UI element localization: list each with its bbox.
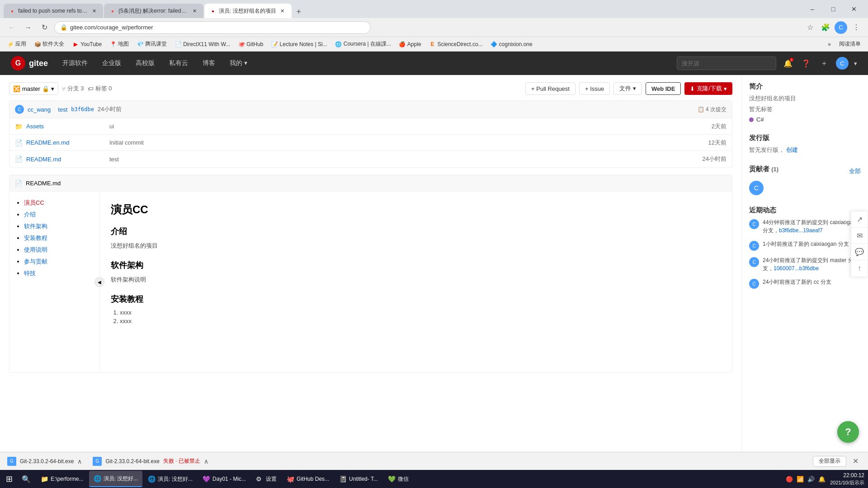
tab-2-close[interactable]: ✕ xyxy=(191,7,198,14)
bookmark-directx[interactable]: 📄 DirectX11 With W... xyxy=(171,39,234,50)
bookmarks-more[interactable]: » xyxy=(824,39,835,50)
tab-1-close[interactable]: ✕ xyxy=(90,7,98,14)
taskbar-browser[interactable]: 🌐 演员: 没想好... xyxy=(89,471,143,487)
right-icon-share[interactable]: ↗ xyxy=(851,211,868,228)
gitee-logo[interactable]: G gitee xyxy=(11,56,48,70)
contributor-avatar-1[interactable]: C xyxy=(749,181,764,195)
nav-university[interactable]: 高校版 xyxy=(136,59,155,67)
refresh-button[interactable]: ↻ xyxy=(38,21,51,34)
taskbar-notepad[interactable]: 📓 Untitled- T... xyxy=(335,471,382,487)
gitee-user-avatar[interactable]: C xyxy=(836,57,849,70)
web-ide-button[interactable]: Web IDE xyxy=(646,82,681,95)
issue-button[interactable]: + Issue xyxy=(579,82,610,95)
notepad-icon: 📓 xyxy=(339,475,346,483)
nav-opensource[interactable]: 开源软件 xyxy=(62,59,88,67)
toc-item-contrib[interactable]: 参与贡献 xyxy=(24,258,47,265)
toc-item-tricks[interactable]: 特技 xyxy=(24,270,36,277)
url-bar[interactable]: 🔒 gitee.com/courage_w/performer xyxy=(54,21,371,34)
notification-bell-button[interactable]: 🔔 1 xyxy=(782,57,794,70)
right-icon-back-to-top[interactable]: ↑ xyxy=(851,260,868,277)
bookmark-tencent[interactable]: 💎 腾讯课堂 xyxy=(133,39,170,50)
activity-link-1[interactable]: b3f6dbe...19aeaf7 xyxy=(779,227,823,234)
sidebar-release-title: 发行版 xyxy=(749,134,861,142)
bookmark-apps[interactable]: ⚡ 应用 xyxy=(4,39,30,50)
taskbar-settings[interactable]: ⚙ 设置 xyxy=(251,471,281,487)
tab-1-favicon: ● xyxy=(9,8,15,14)
toc-item-intro[interactable]: 介绍 xyxy=(24,211,36,218)
start-button[interactable]: ⊞ xyxy=(0,470,18,488)
bookmark-sciencedirect[interactable]: E ScienceDirect.co... xyxy=(426,39,486,50)
notification-icon[interactable]: 🔔 xyxy=(817,474,826,483)
right-icon-comment[interactable]: 💬 xyxy=(851,244,868,260)
gitee-search-input[interactable] xyxy=(677,56,776,70)
nav-blog[interactable]: 博客 xyxy=(203,59,215,67)
browser-titlebar: ● failed to push some refs to_主... ✕ ● (… xyxy=(0,0,868,18)
bookmark-cognixion[interactable]: 🔷 cognixion.one xyxy=(487,39,536,50)
nav-mine[interactable]: 我的 ▾ xyxy=(230,59,247,67)
back-button[interactable]: ← xyxy=(5,21,18,34)
bookmark-youtube[interactable]: ▶ YouTube xyxy=(69,39,105,50)
file-name-readme[interactable]: README.md xyxy=(26,156,99,163)
right-icon-email[interactable]: ✉ xyxy=(851,228,868,244)
create-button[interactable]: ＋ xyxy=(818,57,830,70)
tab-3-close[interactable]: ✕ xyxy=(279,7,286,14)
tab-1[interactable]: ● failed to push some refs to_主... ✕ xyxy=(4,4,103,18)
taskbar-vs[interactable]: 💜 Day01 - Mic... xyxy=(198,471,250,487)
nav-enterprise[interactable]: 企业版 xyxy=(102,59,121,67)
download-item-1: G Git-2.33.0.2-64-bit.exe ∧ xyxy=(7,457,82,466)
download-chevron-1[interactable]: ∧ xyxy=(77,458,82,465)
help-fab-button[interactable]: ? xyxy=(837,421,859,443)
bookmark-apple[interactable]: 🍎 Apple xyxy=(396,39,425,50)
bookmark-maps-label: 地图 xyxy=(118,40,129,48)
tab-2[interactable]: ● (5条消息) 解决error: failed to p... ✕ xyxy=(104,4,203,18)
minimize-button[interactable]: – xyxy=(802,0,823,18)
toc-item-usage[interactable]: 使用说明 xyxy=(24,246,47,253)
tab-3[interactable]: ● 演员: 没想好组名的项目 ✕ xyxy=(204,4,292,18)
taskbar-search-button[interactable]: 🔍 xyxy=(18,471,34,487)
download-chevron-2[interactable]: ∧ xyxy=(204,458,208,465)
taskbar-wechat[interactable]: 💚 微信 xyxy=(383,471,413,487)
taskbar-github[interactable]: 🐙 GitHub Des... xyxy=(282,471,334,487)
address-bar: ← → ↻ 🔒 gitee.com/courage_w/performer ☆ … xyxy=(0,18,868,37)
bookmark-coursera[interactable]: 🌐 Coursera | 在線課... xyxy=(332,39,395,50)
commit-author-name[interactable]: cc_wang xyxy=(28,106,51,113)
file-name-assets[interactable]: Assets xyxy=(26,123,99,130)
commit-hash[interactable]: b3f6dbe xyxy=(71,106,94,113)
forward-button[interactable]: → xyxy=(22,21,34,34)
readme-header: 📄 README.md xyxy=(9,175,732,192)
bookmark-lecture[interactable]: 📝 Lecture Notes | Si... xyxy=(268,39,331,50)
maximize-button[interactable]: □ xyxy=(823,0,844,18)
branch-selector[interactable]: 🔀 master 🔒 ▾ xyxy=(9,82,58,95)
help-button[interactable]: ❓ xyxy=(800,57,812,70)
bookmark-reader[interactable]: 阅读清单 xyxy=(835,39,864,50)
profile-avatar-button[interactable]: C xyxy=(835,21,847,34)
toc-item-install[interactable]: 安装教程 xyxy=(24,235,47,241)
directx-icon: 📄 xyxy=(175,41,181,47)
bookmark-software[interactable]: 📦 软件大全 xyxy=(31,39,68,50)
taskbar-explorer[interactable]: 📁 E:\performe... xyxy=(36,471,88,487)
more-options-button[interactable]: ⋮ xyxy=(850,21,863,34)
close-button[interactable]: ✕ xyxy=(844,0,864,18)
file-button[interactable]: 文件 ▾ xyxy=(613,82,642,95)
sidebar-release-create-link[interactable]: 创建 xyxy=(786,146,798,153)
contributors-all-link[interactable]: 全部 xyxy=(849,167,861,175)
taskbar-clock[interactable]: 22:00:12 2021/10/后示示 xyxy=(830,472,864,486)
extensions-button[interactable]: 🧩 xyxy=(819,21,832,34)
clone-download-button[interactable]: ⬇ 克隆/下载 ▾ xyxy=(684,82,732,95)
pull-request-button[interactable]: + Pull Request xyxy=(525,82,576,95)
bookmark-maps[interactable]: 📍 地图 xyxy=(106,39,132,50)
download-close-button[interactable]: ✕ xyxy=(850,456,861,467)
new-tab-button[interactable]: + xyxy=(292,5,305,18)
download-all-button[interactable]: 全部显示 xyxy=(813,456,846,467)
gitee-user-chevron: ▾ xyxy=(854,60,857,67)
bookmark-star-button[interactable]: ☆ xyxy=(804,21,816,34)
toc-item-arch[interactable]: 软件架构 xyxy=(24,223,47,230)
activity-link-3[interactable]: 1060007...b3f6dbe xyxy=(774,265,819,272)
nav-private[interactable]: 私有云 xyxy=(169,59,188,67)
toc-item-title[interactable]: 演员CC xyxy=(24,199,44,206)
notepad-label: Untitled- T... xyxy=(349,476,378,482)
taskbar-edge[interactable]: 🌐 演员: 没想好... xyxy=(143,471,197,487)
bookmark-github[interactable]: 🐙 GitHub xyxy=(235,39,267,50)
activity-avatar-2: C xyxy=(749,241,759,251)
file-name-readme-en[interactable]: README.en.md xyxy=(26,139,99,146)
